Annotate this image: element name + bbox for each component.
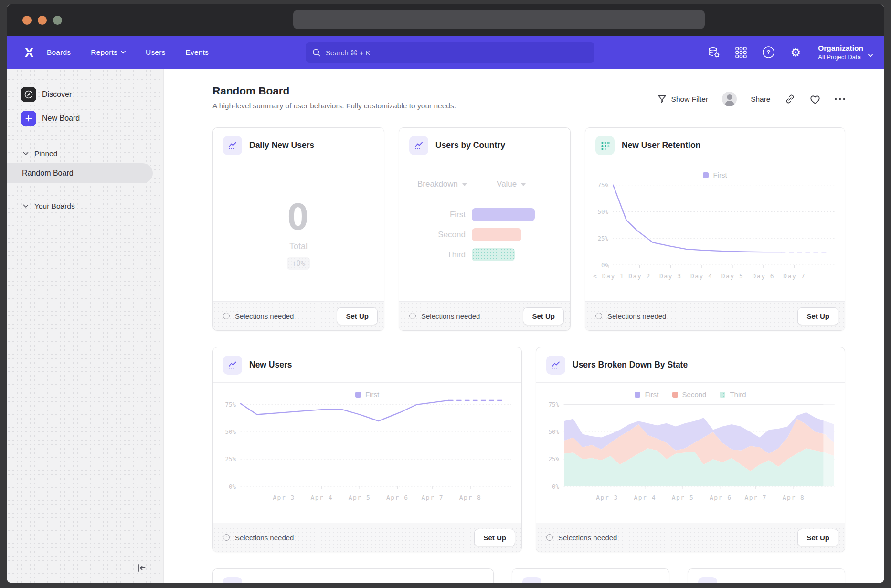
card-body: First 75%50%25%0%< Day 1Day 2Day 3Day 4D… [585,163,845,301]
metric-delta-badge: ↑0% [287,257,309,270]
card-header: Users by Country [399,128,570,163]
compass-icon [21,87,36,102]
set-up-button[interactable]: Set Up [337,307,378,325]
org-switcher[interactable]: Organization All Project Data [818,44,873,61]
avatar-head [727,94,732,100]
bar-second [472,228,521,241]
gear-icon: ⚙ [791,47,801,58]
status-text: Selections needed [421,312,480,320]
show-filter-button[interactable]: Show Filter [658,94,709,104]
card-stacked-line-graph[interactable]: Stacked Line Graph [212,568,494,583]
cards-grid: Daily New Users 0 Total ↑0% Selections n… [212,127,845,583]
set-up-button[interactable]: Set Up [797,307,838,325]
funnel-icon [658,94,667,104]
card-new-users[interactable]: New Users First 75%50%25%0%Apr 3Apr 4Apr… [212,347,522,552]
settings-button[interactable]: ⚙ [789,46,802,59]
cards-row-1: Daily New Users 0 Total ↑0% Selections n… [212,127,845,331]
card-daily-new-users[interactable]: Daily New Users 0 Total ↑0% Selections n… [212,127,384,331]
copy-link-button[interactable] [785,94,796,105]
set-up-button[interactable]: Set Up [474,529,515,546]
bar-first [472,208,535,221]
bar-rows: First Second Third [399,208,570,261]
share-button[interactable]: Share [751,95,770,104]
sidebar-item-discover[interactable]: Discover [7,86,163,103]
caret-down-icon [462,183,467,186]
bar-label: Second [399,230,472,240]
value-dropdown[interactable]: Value [497,179,526,189]
avatar[interactable] [722,92,737,106]
board-actions: Show Filter Share [658,92,845,106]
help-button[interactable]: ? [762,46,775,59]
card-title: Daily New Users [249,140,314,150]
collapse-sidebar-icon[interactable] [136,562,147,574]
more-options-button[interactable] [835,96,846,102]
card-header: Users Broken Down By State [536,347,845,383]
apps-grid-button[interactable] [734,46,748,59]
card-active-users[interactable]: Active Users [688,568,845,583]
cards-row-2: New Users First 75%50%25%0%Apr 3Apr 4Apr… [212,347,845,552]
card-body: Breakdown Value First Second [399,163,570,301]
cards-row-3: Stacked Line Graph Insights Report [212,568,845,583]
org-text: Organization All Project Data [818,44,863,61]
legend-swatch [635,392,640,398]
card-footer: Selections needed Set Up [213,301,384,330]
nav-item-users[interactable]: Users [146,48,165,57]
data-management-button[interactable] [707,46,721,59]
navbar-right: ? ⚙ Organization All Project Data [707,36,873,69]
bar-row: First [399,208,570,221]
nav-item-reports[interactable]: Reports [91,48,126,57]
sidebar: Discover New Board Pinned Random Board [7,69,164,583]
card-new-user-retention[interactable]: New User Retention First 75%50%25%0%< Da… [585,127,845,331]
address-bar[interactable] [293,10,705,29]
svg-text:Apr 8: Apr 8 [459,494,482,501]
nav-label: Boards [47,48,71,57]
bar-third [472,248,515,261]
card-body: 0 Total ↑0% [213,163,384,301]
status-circle-icon [409,313,416,319]
search-input[interactable] [326,49,588,57]
set-up-button[interactable]: Set Up [797,529,838,546]
svg-text:Day 7: Day 7 [783,273,806,280]
card-footer: Selections needed Set Up [399,301,570,330]
nav-item-events[interactable]: Events [185,48,209,57]
sidebar-section-your-boards[interactable]: Your Boards [7,200,163,212]
favorite-button[interactable] [809,94,821,105]
breakdown-dropdown[interactable]: Breakdown [417,179,467,189]
show-filter-label: Show Filter [671,95,709,104]
board-main: Random Board A high-level summary of use… [164,69,884,583]
mixpanel-logo[interactable]: X [22,44,36,61]
card-footer: Selections needed Set Up [585,301,845,330]
sidebar-item-random-board[interactable]: Random Board [7,163,153,183]
sidebar-section-pinned[interactable]: Pinned [7,148,163,159]
svg-text:75%: 75% [548,401,559,408]
svg-text:75%: 75% [597,181,608,189]
minimize-window-button[interactable] [38,16,47,25]
svg-text:Day 3: Day 3 [659,273,682,280]
plus-icon [21,111,36,126]
global-search[interactable] [306,42,594,63]
set-up-button[interactable]: Set Up [523,307,564,325]
card-users-by-country[interactable]: Users by Country Breakdown Value First [399,127,571,331]
insights-chart-icon [223,136,242,155]
page-title: Random Board [212,85,456,97]
sidebar-footer [7,552,163,583]
grid-icon [735,46,747,59]
close-window-button[interactable] [22,16,32,25]
svg-text:25%: 25% [225,455,236,462]
zoom-window-button[interactable] [53,16,62,25]
svg-text:Day 2: Day 2 [628,273,651,280]
section-label: Your Boards [34,202,75,210]
card-header: New User Retention [585,128,845,163]
nav-label: Reports [91,48,117,57]
svg-text:Apr 8: Apr 8 [783,494,805,501]
board-title-block: Random Board A high-level summary of use… [212,85,456,110]
svg-text:75%: 75% [225,401,236,408]
bar-label: Third [399,250,472,260]
new-users-line-chart: 75%50%25%0%Apr 3Apr 4Apr 5Apr 6Apr 7Apr … [213,383,521,523]
sidebar-item-new-board[interactable]: New Board [7,110,163,127]
card-footer: Selections needed Set Up [213,523,521,552]
card-users-by-state[interactable]: Users Broken Down By State First S [536,347,845,552]
card-insights-report[interactable]: Insights Report [512,568,669,583]
sidebar-item-label: New Board [42,114,80,123]
nav-item-boards[interactable]: Boards [47,48,71,57]
